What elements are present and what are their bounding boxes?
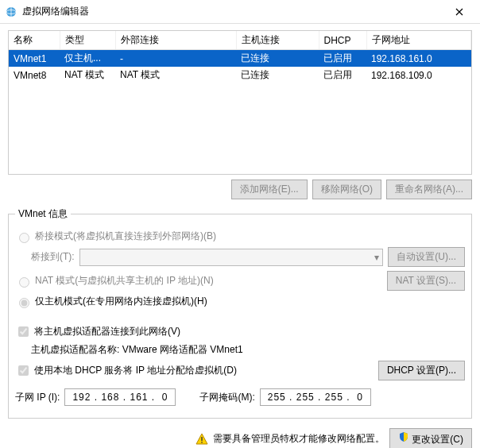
table-row[interactable]: VMnet8NAT 模式NAT 模式已连接已启用192.168.109.0 [9,67,471,83]
subnet-ip-label: 子网 IP (I): [15,391,60,404]
chevron-down-icon: ▾ [374,252,379,263]
svg-rect-3 [201,442,202,443]
subnet-ip-input[interactable] [64,388,176,406]
auto-set-button[interactable]: 自动设置(U)... [388,247,465,267]
connect-adapter-check[interactable]: 将主机虚拟适配器连接到此网络(V) [15,324,180,339]
nat-set-button[interactable]: NAT 设置(S)... [387,271,465,291]
table-row[interactable]: VMnet1仅主机...-已连接已启用192.168.161.0 [9,50,471,68]
dhcp-set-button[interactable]: DHCP 设置(P)... [378,361,465,380]
dialog-body: 名称 类型 外部连接 主机连接 DHCP 子网地址 VMnet1仅主机...-已… [0,24,480,448]
cell-subnet: 192.168.109.0 [366,67,471,83]
cell-dhcp: 已启用 [319,67,366,83]
col-dhcp[interactable]: DHCP [319,31,366,50]
hostonly-radio[interactable]: 仅主机模式(在专用网络内连接虚拟机)(H) [15,295,207,308]
rename-network-button[interactable]: 重命名网络(A)... [386,180,472,199]
svg-rect-2 [201,437,202,441]
col-ext[interactable]: 外部连接 [115,31,236,50]
cell-dhcp: 已启用 [319,50,366,68]
cell-subnet: 192.168.161.0 [366,50,471,68]
network-buttons: 添加网络(E)... 移除网络(O) 重命名网络(A)... [8,180,472,199]
remove-network-button[interactable]: 移除网络(O) [312,180,381,199]
cell-hostconn: 已连接 [236,50,319,68]
use-dhcp-check[interactable]: 使用本地 DHCP 服务将 IP 地址分配给虚拟机(D) [15,363,237,378]
cell-type: NAT 模式 [60,67,115,83]
window-title: 虚拟网络编辑器 [22,5,443,18]
col-subnet[interactable]: 子网地址 [366,31,471,50]
change-settings-button[interactable]: 更改设置(C) [389,428,472,448]
group-title: VMnet 信息 [15,207,71,221]
bridge-to-select[interactable]: ▾ [79,249,384,266]
add-network-button[interactable]: 添加网络(E)... [231,180,308,199]
bridge-radio[interactable]: 桥接模式(将虚拟机直接连接到外部网络)(B) [15,230,216,243]
adapter-name-label: 主机虚拟适配器名称: VMware 网络适配器 VMnet1 [31,343,243,357]
shield-icon [398,431,409,442]
cell-hostconn: 已连接 [236,67,319,83]
admin-alert-text: 需要具备管理员特权才能修改网络配置。 [213,432,385,446]
col-hostconn[interactable]: 主机连接 [236,31,319,50]
admin-alert-row: 需要具备管理员特权才能修改网络配置。 更改设置(C) [8,428,472,448]
vmnet-info-group: VMnet 信息 桥接模式(将虚拟机直接连接到外部网络)(B) 桥接到(T): … [8,207,472,419]
app-icon [5,6,17,18]
network-table[interactable]: 名称 类型 外部连接 主机连接 DHCP 子网地址 VMnet1仅主机...-已… [8,30,472,175]
cell-ext: NAT 模式 [115,67,236,83]
nat-radio[interactable]: NAT 模式(与虚拟机共享主机的 IP 地址)(N) [15,274,214,288]
cell-type: 仅主机... [60,50,115,68]
cell-ext: - [115,50,236,68]
cell-name: VMnet1 [9,50,60,68]
warning-icon [195,433,208,446]
close-icon [455,8,463,16]
col-name[interactable]: 名称 [9,31,60,50]
table-header-row: 名称 类型 外部连接 主机连接 DHCP 子网地址 [9,31,471,50]
close-button[interactable] [443,1,475,23]
bridge-to-label: 桥接到(T): [31,250,75,264]
col-type[interactable]: 类型 [60,31,115,50]
cell-name: VMnet8 [9,67,60,83]
subnet-mask-input[interactable] [260,388,371,406]
subnet-mask-label: 子网掩码(M): [199,391,254,404]
title-bar: 虚拟网络编辑器 [0,0,480,24]
